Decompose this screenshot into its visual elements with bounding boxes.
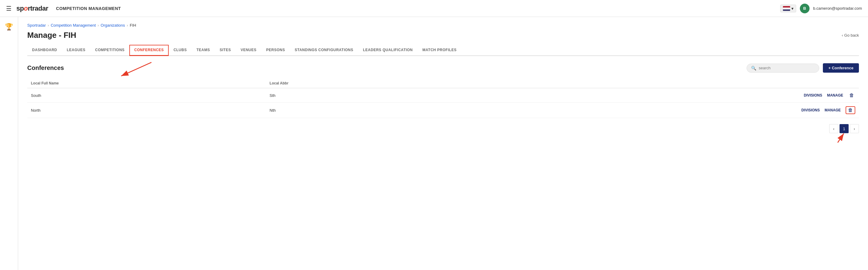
divisions-link[interactable]: DIVISIONS bbox=[801, 108, 820, 112]
breadcrumb-fih: FIH bbox=[130, 23, 136, 28]
manage-link[interactable]: MANAGE bbox=[825, 108, 841, 112]
table-body: SouthSthDIVISIONSMANAGE🗑NorthNthDIVISION… bbox=[27, 88, 859, 118]
row-actions: DIVISIONSMANAGE🗑 bbox=[447, 106, 855, 114]
tab-standings[interactable]: STANDINGS CONFIGURATIONS bbox=[290, 45, 358, 56]
cell-local-abbr: Sth bbox=[266, 88, 443, 103]
cell-local-full-name: North bbox=[27, 103, 266, 118]
top-nav: ☰ sportradar COMPETITION MANAGEMENT ▾ B … bbox=[0, 0, 868, 17]
section-header: Conferences 🔍 + Conference bbox=[27, 63, 859, 73]
logo-area: sportradar COMPETITION MANAGEMENT bbox=[17, 4, 121, 12]
page-title: Manage - FIH bbox=[27, 31, 76, 40]
sidebar: 🏆 bbox=[0, 17, 18, 270]
row-actions: DIVISIONSMANAGE🗑 bbox=[447, 92, 855, 99]
table-row: SouthSthDIVISIONSMANAGE🗑 bbox=[27, 88, 859, 103]
breadcrumb: Sportradar › Competition Management › Or… bbox=[27, 23, 859, 28]
table-row: NorthNthDIVISIONSMANAGE🗑 bbox=[27, 103, 859, 118]
search-box: 🔍 bbox=[747, 64, 819, 73]
tab-dashboard[interactable]: DASHBOARD bbox=[27, 45, 62, 56]
tab-sites[interactable]: SITES bbox=[215, 45, 236, 56]
add-conference-button[interactable]: + Conference bbox=[823, 63, 859, 73]
col-local-abbr: Local Abbr bbox=[266, 79, 443, 88]
delete-button[interactable]: 🗑 bbox=[845, 106, 855, 114]
trophy-icon[interactable]: 🏆 bbox=[5, 23, 13, 31]
chevron-left-icon: ‹ bbox=[842, 33, 843, 37]
svg-line-3 bbox=[838, 134, 844, 142]
language-selector[interactable]: ▾ bbox=[780, 4, 796, 12]
section-controls: 🔍 + Conference bbox=[747, 63, 859, 73]
pagination: ‹ 1 › bbox=[27, 124, 859, 133]
breadcrumb-organizations[interactable]: Organizations bbox=[100, 23, 125, 28]
tab-teams[interactable]: TEAMS bbox=[192, 45, 215, 56]
flag-icon bbox=[783, 6, 790, 11]
app-title: COMPETITION MANAGEMENT bbox=[56, 6, 121, 11]
manage-link[interactable]: MANAGE bbox=[827, 93, 843, 98]
nav-right: ▾ B b.cameron@sportradar.com bbox=[780, 4, 862, 13]
search-input[interactable] bbox=[759, 66, 815, 70]
chevron-down-icon: ▾ bbox=[792, 6, 794, 11]
col-actions bbox=[443, 79, 859, 88]
col-local-full-name: Local Full Name bbox=[27, 79, 266, 88]
logo: sportradar bbox=[17, 4, 48, 12]
pagination-prev[interactable]: ‹ bbox=[829, 124, 838, 133]
tab-leagues[interactable]: LEAGUES bbox=[62, 45, 91, 56]
breadcrumb-competition-management[interactable]: Competition Management bbox=[51, 23, 96, 28]
conferences-table: Local Full Name Local Abbr SouthSthDIVIS… bbox=[27, 79, 859, 118]
user-email: b.cameron@sportradar.com bbox=[813, 6, 862, 10]
hamburger-menu[interactable]: ☰ bbox=[6, 5, 11, 12]
table-head: Local Full Name Local Abbr bbox=[27, 79, 859, 88]
divisions-link[interactable]: DIVISIONS bbox=[804, 93, 822, 98]
tab-conferences[interactable]: CONFERENCES bbox=[129, 45, 169, 56]
pagination-next[interactable]: › bbox=[850, 124, 859, 133]
go-back-button[interactable]: ‹ Go back bbox=[842, 33, 859, 37]
delete-button[interactable]: 🗑 bbox=[848, 92, 855, 99]
tab-matchprofiles[interactable]: MATCH PROFILES bbox=[417, 45, 462, 56]
tab-persons[interactable]: PERSONS bbox=[261, 45, 290, 56]
breadcrumb-sep-1: › bbox=[48, 23, 49, 28]
main-content: Sportradar › Competition Management › Or… bbox=[18, 17, 868, 270]
search-icon: 🔍 bbox=[751, 66, 756, 70]
cell-actions: DIVISIONSMANAGE🗑 bbox=[443, 103, 859, 118]
cell-local-abbr: Nth bbox=[266, 103, 443, 118]
tab-competitions[interactable]: COMPETITIONS bbox=[90, 45, 129, 56]
tab-clubs[interactable]: CLUBS bbox=[169, 45, 192, 56]
tabs-bar: DASHBOARDLEAGUESCOMPETITIONSCONFERENCESC… bbox=[27, 45, 859, 56]
page-title-row: Manage - FIH ‹ Go back bbox=[27, 31, 859, 40]
tab-leaders[interactable]: LEADERS QUALIFICATION bbox=[358, 45, 417, 56]
cell-actions: DIVISIONSMANAGE🗑 bbox=[443, 88, 859, 103]
section-title: Conferences bbox=[27, 65, 64, 71]
breadcrumb-sep-2: › bbox=[97, 23, 99, 28]
cell-local-full-name: South bbox=[27, 88, 266, 103]
breadcrumb-sportradar[interactable]: Sportradar bbox=[27, 23, 46, 28]
pagination-page-1[interactable]: 1 bbox=[840, 124, 848, 133]
breadcrumb-sep-3: › bbox=[127, 23, 128, 28]
tab-venues[interactable]: VENUES bbox=[236, 45, 261, 56]
user-avatar: B bbox=[800, 4, 810, 13]
